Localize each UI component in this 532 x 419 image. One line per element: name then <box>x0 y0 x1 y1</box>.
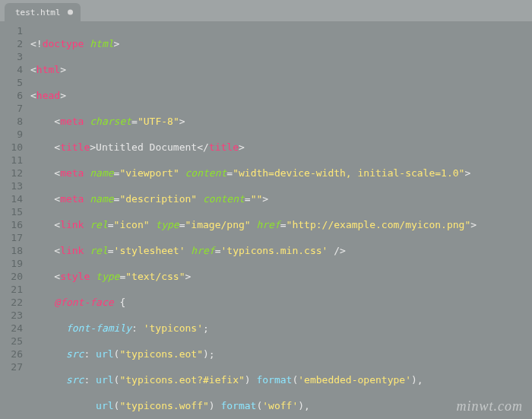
line-number: 23 <box>3 309 23 322</box>
line-number: 7 <box>3 102 23 115</box>
line-number: 25 <box>3 335 23 348</box>
line-number: 2 <box>3 37 23 50</box>
code-line: <html> <box>30 63 532 76</box>
watermark: minwt.com <box>457 398 524 414</box>
tab-modified-indicator-icon <box>68 10 73 15</box>
code-line: <link rel="icon" type="image/png" href="… <box>30 218 532 231</box>
line-number: 21 <box>3 283 23 296</box>
line-number: 8 <box>3 115 23 128</box>
file-tab[interactable]: test.html <box>5 3 81 21</box>
line-number: 3 <box>3 50 23 63</box>
code-line: <title>Untitled Document</title> <box>30 141 532 154</box>
line-number: 4 <box>3 63 23 76</box>
code-line: src: url("typicons.eot?#iefix") format('… <box>30 373 532 386</box>
code-line: <meta name="description" content=""> <box>30 192 532 205</box>
line-number: 10 <box>3 141 23 154</box>
code-line: <!doctype html> <box>30 37 532 50</box>
code-line: <head> <box>30 89 532 102</box>
line-number: 19 <box>3 257 23 270</box>
code-line: font-family: 'typicons'; <box>30 322 532 335</box>
line-number: 26 <box>3 348 23 360</box>
line-number: 1 <box>3 24 23 37</box>
line-number: 14 <box>3 192 23 205</box>
code-line: @font-face { <box>30 296 532 309</box>
tab-bar: test.html <box>0 0 532 21</box>
code-line: <meta charset="UTF-8"> <box>30 115 532 128</box>
line-number: 9 <box>3 128 23 141</box>
line-number-gutter: 1234567891011121314151617181920212223242… <box>0 21 29 419</box>
line-number: 24 <box>3 322 23 335</box>
line-number: 5 <box>3 76 23 89</box>
code-line: <style type="text/css"> <box>30 270 532 283</box>
tab-label: test.html <box>15 8 61 17</box>
line-number: 17 <box>3 231 23 244</box>
line-number: 15 <box>3 205 23 218</box>
line-number: 18 <box>3 244 23 257</box>
line-number: 27 <box>3 360 23 373</box>
line-number: 20 <box>3 270 23 283</box>
line-number: 13 <box>3 179 23 192</box>
line-number: 22 <box>3 296 23 309</box>
code-line: <link rel='stylesheet' href='typicons.mi… <box>30 244 532 257</box>
code-line: <meta name="viewport" content="width=dev… <box>30 167 532 179</box>
code-line: src: url("typicons.eot"); <box>30 348 532 360</box>
line-number: 16 <box>3 218 23 231</box>
code-area[interactable]: <!doctype html> <html> <head> <meta char… <box>29 21 532 419</box>
line-number: 12 <box>3 167 23 179</box>
editor: 1234567891011121314151617181920212223242… <box>0 21 532 419</box>
line-number: 6 <box>3 89 23 102</box>
line-number: 11 <box>3 154 23 167</box>
